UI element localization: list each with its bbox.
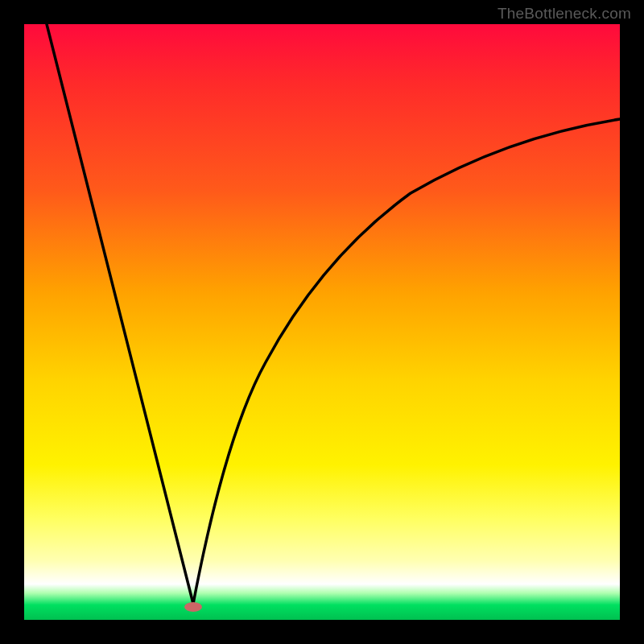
plot-area [24,24,620,620]
chart-container: TheBottleneck.com [0,0,644,644]
watermark-text: TheBottleneck.com [497,5,631,23]
curve-left-branch [47,24,193,604]
curve-right-branch [193,119,620,604]
curve-layer [24,24,620,620]
cusp-marker [184,602,202,612]
